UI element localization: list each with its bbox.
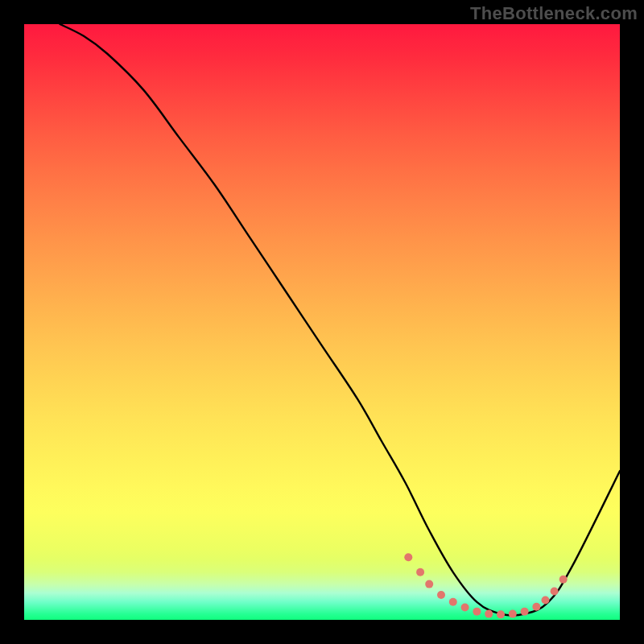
marker-dot: [497, 610, 505, 618]
marker-dot: [425, 580, 433, 588]
marker-dot: [437, 591, 445, 599]
marker-dot: [485, 610, 493, 618]
marker-dot: [473, 608, 481, 616]
marker-dot: [404, 553, 412, 561]
marker-dot: [449, 598, 457, 606]
marker-dot: [559, 576, 568, 584]
marker-dot: [521, 608, 529, 616]
marker-dot: [509, 610, 517, 618]
marker-dot: [551, 587, 559, 595]
main-curve: [60, 24, 620, 616]
watermark-text: TheBottleneck.com: [470, 3, 638, 24]
marker-dot: [532, 603, 540, 611]
marker-dot: [416, 568, 424, 576]
plot-area: [24, 24, 620, 620]
chart-svg: [24, 24, 620, 620]
chart-frame: TheBottleneck.com: [0, 0, 644, 644]
marker-dot: [461, 603, 469, 611]
marker-dot: [542, 597, 550, 605]
